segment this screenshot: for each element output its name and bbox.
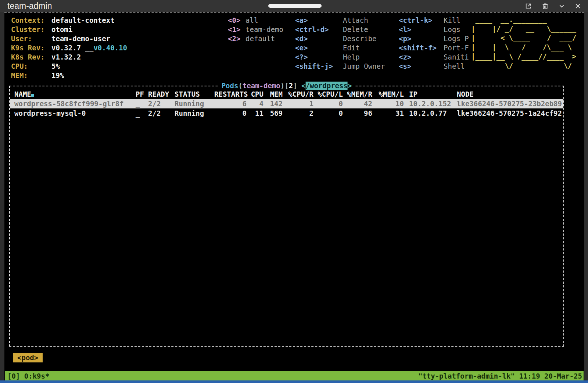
cell-ip: 10.2.0.77 xyxy=(404,108,452,118)
ns-menu-item-default[interactable]: <2>default xyxy=(228,34,275,43)
cell-mem-l: 31 xyxy=(372,108,404,118)
trash-icon[interactable] xyxy=(541,2,549,10)
cell-pf: _ xyxy=(136,108,148,118)
col-node[interactable]: NODE xyxy=(452,89,563,99)
col-mem-r[interactable]: %MEM/R xyxy=(343,89,372,99)
cell-pf: _ xyxy=(136,99,148,108)
chevron-down-icon[interactable] xyxy=(558,3,565,10)
pods-panel: Pods(team-demo)[2] </wordpress> NAME_ PF… xyxy=(9,86,564,347)
tmux-window-item[interactable]: [0] 0:k9s* xyxy=(5,371,49,381)
cell-status: Running xyxy=(175,99,214,108)
cell-ip: 10.2.0.152 xyxy=(404,99,452,108)
cmd-sanitize: <z>Saniti xyxy=(399,53,469,62)
col-mem[interactable]: MEM xyxy=(263,89,283,99)
tmux-statusbar: [0] 0:k9s* "tty-platform-admin-lk" 11:19… xyxy=(5,371,584,381)
col-cpu-r[interactable]: %CPU/R xyxy=(283,89,313,99)
namespace-name: team-demo xyxy=(243,82,280,90)
resource-name: Pods xyxy=(222,82,239,90)
cmd-shell: <s>Shell xyxy=(399,62,465,71)
col-ready[interactable]: READY xyxy=(148,89,175,99)
cmd-edit: <e>Edit xyxy=(295,43,360,53)
k9s-logo: ____ __.________ | |/ _/ __ \______ | < … xyxy=(471,15,576,70)
info-mem: MEM:19% xyxy=(11,71,64,80)
col-restarts[interactable]: RESTARTS xyxy=(214,89,247,99)
info-k8s-rev: K8s Rev:v1.32.2 xyxy=(11,53,81,62)
filter-text: /wordpress xyxy=(306,82,348,90)
cell-mem-r: 96 xyxy=(343,108,372,118)
col-cpu-l[interactable]: %CPU/L xyxy=(313,89,343,99)
cmd-jump-owner: <shift-j>Jump Owner xyxy=(295,62,385,71)
col-status[interactable]: STATUS xyxy=(175,89,214,99)
cell-mem-l: 10 xyxy=(372,99,404,108)
tmux-session-info: "tty-platform-admin-lk" 11:19 20-Mar-25 xyxy=(418,371,584,381)
cell-cpu-l: 0 xyxy=(313,99,343,108)
col-ip[interactable]: IP xyxy=(404,89,452,99)
table-header-row: NAME_ PF READY STATUS RESTARTS CPU MEM %… xyxy=(10,89,563,99)
info-user: User:team-demo-user xyxy=(11,34,110,43)
ns-menu-item-all[interactable]: <0>all xyxy=(228,16,258,25)
bottom-strip xyxy=(0,380,588,383)
cell-node: lke366246-570275-1a24cf92 xyxy=(452,108,563,118)
cell-ready: 2/2 xyxy=(148,99,175,108)
cmd-port-forward: <shift-f>Port-F xyxy=(399,43,469,53)
table-row[interactable]: wordpress-58c8fcf999-glr8f _ 2/2 Running… xyxy=(10,99,563,108)
cell-ready: 2/2 xyxy=(148,108,175,118)
sort-indicator: _ xyxy=(31,94,34,97)
close-icon[interactable] xyxy=(574,3,581,10)
cell-name: wordpress-mysql-0 xyxy=(14,108,136,118)
window-titlebar: team-admin xyxy=(0,0,588,12)
cell-status: Running xyxy=(175,108,214,118)
info-cluster: Cluster:otomi xyxy=(11,25,72,34)
ns-menu-item-team-demo[interactable]: <1>team-demo xyxy=(228,25,283,34)
cell-mem: 142 xyxy=(263,99,283,108)
cmd-logs-previous: <p>Logs P xyxy=(399,34,469,43)
window-title: team-admin xyxy=(7,1,52,11)
cmd-kill: <ctrl-k>Kill xyxy=(399,16,460,25)
col-name[interactable]: NAME_ xyxy=(14,89,136,99)
cell-cpu-r: 2 xyxy=(283,108,313,118)
terminal: Context:default-context Cluster:otomi Us… xyxy=(4,12,584,380)
info-k9s-rev: K9s Rev:v0.32.7 __v0.40.10 xyxy=(11,43,127,53)
breadcrumb-pod[interactable]: <pod> xyxy=(13,353,43,362)
cell-cpu: 11 xyxy=(247,108,263,118)
col-cpu[interactable]: CPU xyxy=(247,89,263,99)
cmd-attach: <a>Attach xyxy=(295,16,368,25)
window-drag-handle[interactable] xyxy=(268,4,322,8)
cell-mem-r: 42 xyxy=(343,99,372,108)
pod-count: 2 xyxy=(289,82,293,90)
table-row[interactable]: wordpress-mysql-0 _ 2/2 Running 0 11 569… xyxy=(10,108,563,118)
info-context: Context:default-context xyxy=(11,16,115,25)
cell-cpu: 4 xyxy=(247,99,263,108)
cell-mem: 569 xyxy=(263,108,283,118)
cmd-delete: <ctrl-d>Delete xyxy=(295,25,368,34)
cmd-logs: <l>Logs xyxy=(399,25,460,34)
col-mem-l[interactable]: %MEM/L xyxy=(372,89,404,99)
open-new-window-icon[interactable] xyxy=(524,2,532,10)
cell-name: wordpress-58c8fcf999-glr8f xyxy=(14,99,136,108)
cmd-describe: <d>Describe xyxy=(295,34,377,43)
cell-restarts: 6 xyxy=(214,99,247,108)
cell-node: lke366246-570275-23b2eb89 xyxy=(452,99,563,108)
cmd-help: <?>Help xyxy=(295,53,360,62)
info-cpu: CPU:5% xyxy=(11,62,60,71)
cell-restarts: 0 xyxy=(214,108,247,118)
cell-cpu-l: 0 xyxy=(313,108,343,118)
col-pf[interactable]: PF xyxy=(136,89,148,99)
cell-cpu-r: 1 xyxy=(283,99,313,108)
